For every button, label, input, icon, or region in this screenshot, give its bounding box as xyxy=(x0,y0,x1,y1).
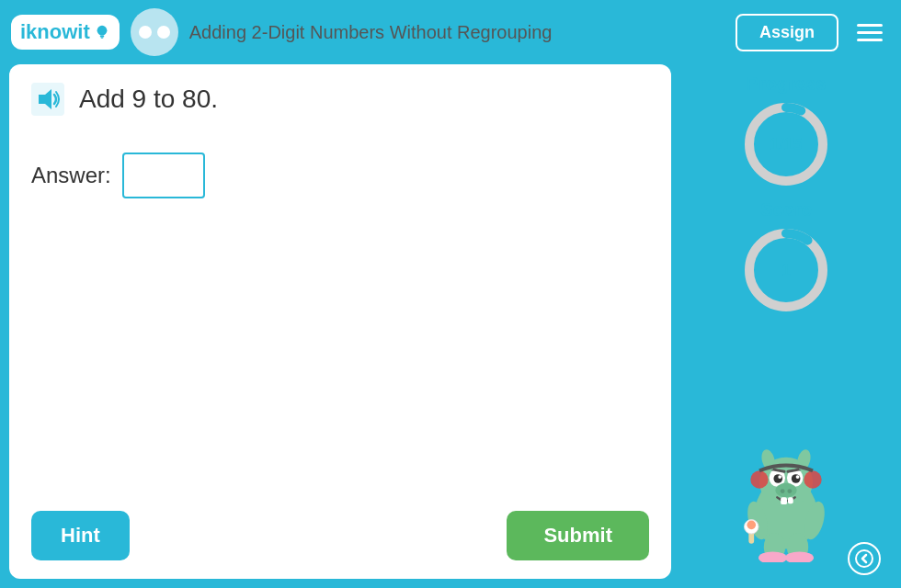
score-section: Score 1 xyxy=(740,199,832,316)
menu-button[interactable] xyxy=(850,17,890,49)
question-row: Add 9 to 80. xyxy=(31,83,649,116)
svg-point-15 xyxy=(778,475,781,479)
assign-button[interactable]: Assign xyxy=(736,14,838,51)
svg-point-20 xyxy=(781,489,785,493)
svg-point-37 xyxy=(856,550,872,567)
dot-2 xyxy=(157,26,170,39)
dot-1 xyxy=(139,26,152,39)
svg-rect-2 xyxy=(100,37,103,38)
svg-point-36 xyxy=(747,521,756,530)
progress-label: Progress xyxy=(747,74,827,95)
question-text: Add 9 to 80. xyxy=(79,85,218,114)
progress-value: 1/15 xyxy=(770,135,802,154)
question-panel: Add 9 to 80. Answer: Hint Submit xyxy=(9,64,671,579)
hamburger-line-3 xyxy=(857,39,883,41)
back-icon xyxy=(855,549,873,568)
submit-button[interactable]: Submit xyxy=(507,511,649,560)
mascot-area xyxy=(731,325,841,570)
score-value: 1 xyxy=(781,261,791,280)
svg-point-0 xyxy=(97,26,107,36)
speaker-icon[interactable] xyxy=(31,83,64,116)
svg-point-19 xyxy=(775,483,796,497)
answer-input[interactable] xyxy=(122,153,205,198)
progress-section: Progress 1/15 xyxy=(740,74,832,190)
svg-rect-1 xyxy=(100,36,105,38)
svg-point-26 xyxy=(750,470,768,488)
header: iknowit Adding 2-Digit Numbers Without R… xyxy=(0,0,901,64)
svg-point-21 xyxy=(787,489,792,493)
svg-point-27 xyxy=(804,470,821,488)
lesson-icon xyxy=(131,8,178,56)
score-label: Score xyxy=(760,199,812,220)
hamburger-line-2 xyxy=(857,31,883,34)
back-button[interactable] xyxy=(848,542,881,575)
lesson-title: Adding 2-Digit Numbers Without Regroupin… xyxy=(189,22,724,43)
bottom-buttons: Hint Submit xyxy=(31,511,649,560)
svg-rect-23 xyxy=(788,497,793,503)
svg-point-14 xyxy=(792,474,801,483)
score-circle: 1 xyxy=(740,224,832,316)
answer-label: Answer: xyxy=(31,163,111,188)
lightbulb-icon xyxy=(94,24,110,40)
logo: iknowit xyxy=(11,15,120,50)
answer-row: Answer: xyxy=(31,153,649,198)
svg-point-13 xyxy=(773,474,782,483)
right-panel: Progress 1/15 Score xyxy=(680,64,892,579)
logo-text: iknowit xyxy=(20,20,90,44)
hint-button[interactable]: Hint xyxy=(31,511,130,560)
svg-rect-22 xyxy=(781,497,787,504)
hamburger-line-1 xyxy=(857,24,883,27)
mascot-icon xyxy=(731,424,841,562)
main-content: Add 9 to 80. Answer: Hint Submit Progres… xyxy=(0,64,901,588)
svg-point-16 xyxy=(796,475,800,479)
lesson-dots xyxy=(139,26,170,39)
progress-circle: 1/15 xyxy=(740,98,832,190)
